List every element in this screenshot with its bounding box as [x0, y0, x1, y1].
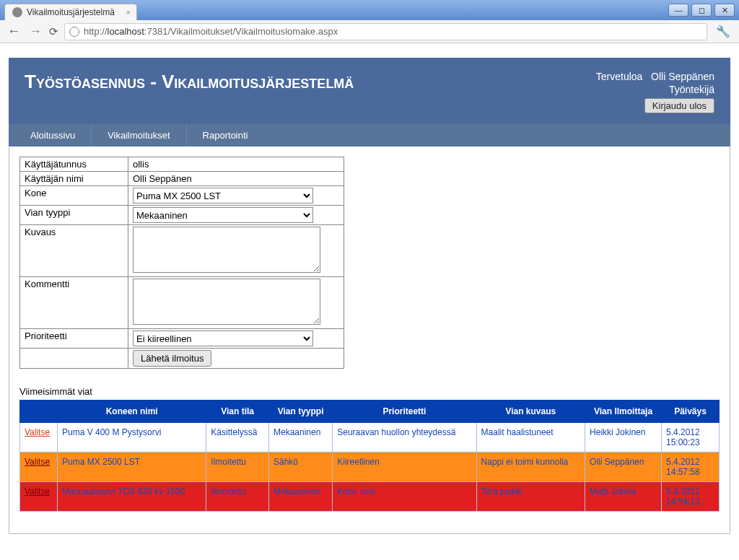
table-row: ValitsePuma MX 2500 LSTIlmoitettuSähköKi…	[20, 452, 720, 482]
cell-desc: Terä poikki	[476, 482, 585, 512]
window-titlebar: Vikailmoitusjärjestelmä × — ◻ ✕	[0, 0, 739, 20]
select-link[interactable]: Valitse	[25, 457, 50, 467]
page-header: Työstöasennus - Vikailmoitusjärjestelmä …	[9, 58, 730, 123]
cell-type: Mekaaninen	[269, 482, 333, 512]
main-content: Käyttäjätunnus ollis Käyttäjän nimi Olli…	[9, 146, 730, 534]
window-controls: — ◻ ✕	[668, 4, 739, 17]
main-nav: Aloitussivu Vikailmoitukset Raportointi	[9, 123, 730, 146]
col-desc: Vian kuvaus	[476, 401, 585, 423]
col-type: Vian tyyppi	[269, 401, 333, 423]
cell-date: 5.4.2012 14:57:58	[662, 452, 720, 482]
url-path: :7381/Vikailmoitukset/Vikailmoituslomake…	[144, 26, 338, 37]
browser-tab[interactable]: Vikailmoitusjärjestelmä ×	[4, 4, 137, 20]
cell-type: Mekaaninen	[269, 423, 333, 452]
nav-home[interactable]: Aloitussivu	[14, 124, 91, 146]
cell-status: Ilmoitettu	[206, 482, 269, 512]
label-fault-type: Vian tyyppi	[20, 206, 128, 225]
col-select	[20, 401, 58, 423]
cell-reporter: Olli Seppänen	[585, 452, 662, 482]
nav-reports[interactable]: Raportointi	[186, 124, 264, 146]
cell-status: Käsittelyssä	[206, 423, 269, 452]
cell-machine: Manuaalisorvi TOS 630 kv 1500	[58, 482, 206, 512]
cell-desc: Maalit haalistuneet	[476, 423, 585, 452]
cell-machine: Puma MX 2500 LST	[58, 452, 206, 482]
fault-form: Käyttäjätunnus ollis Käyttäjän nimi Olli…	[19, 157, 344, 369]
table-row: ValitsePuma V 400 M PystysorviKäsittelys…	[20, 423, 720, 452]
cell-date: 5.4.2012 15:00:23	[662, 423, 720, 452]
user-panel: Tervetuloa Olli Seppänen Työntekijä Kirj…	[596, 71, 714, 113]
user-name: Olli Seppänen	[651, 71, 714, 82]
nav-faults[interactable]: Vikailmoitukset	[91, 124, 185, 146]
label-priority: Prioriteetti	[20, 329, 128, 349]
fault-type-select[interactable]: Mekaaninen	[133, 207, 313, 223]
minimize-button[interactable]: —	[668, 4, 688, 17]
label-empty	[20, 349, 128, 369]
reload-button[interactable]: ⟳	[49, 25, 58, 38]
label-displayname: Käyttäjän nimi	[20, 172, 128, 186]
submit-button[interactable]: Lähetä ilmoitus	[133, 350, 211, 367]
wrench-menu-icon[interactable]: 🔧	[713, 25, 733, 38]
label-comment: Kommentti	[20, 277, 128, 329]
cell-reporter: Heikki Jokinen	[585, 423, 662, 452]
maximize-button[interactable]: ◻	[691, 4, 712, 17]
cell-priority: Seuraavan huollon yhteydessä	[333, 423, 476, 452]
machine-select[interactable]: Puma MX 2500 LST	[133, 188, 313, 204]
tab-favicon	[12, 7, 22, 17]
col-machine: Koneen nimi	[58, 401, 206, 423]
col-status: Vian tila	[206, 401, 269, 423]
comment-textarea[interactable]	[133, 279, 320, 325]
welcome-label: Tervetuloa	[596, 71, 643, 82]
priority-select[interactable]: Ei kiireellinen	[133, 331, 313, 346]
select-link[interactable]: Valitse	[25, 486, 50, 496]
address-bar[interactable]: http://localhost:7381/Vikailmoitukset/Vi…	[64, 23, 707, 40]
cell-type: Sähkö	[269, 452, 333, 482]
logout-button[interactable]: Kirjaudu ulos	[644, 98, 714, 113]
user-role: Työntekijä	[596, 84, 714, 95]
forward-button[interactable]: →	[27, 24, 43, 39]
label-machine: Kone	[20, 186, 128, 206]
back-button[interactable]: ←	[6, 24, 22, 39]
cell-status: Ilmoitettu	[206, 452, 269, 482]
description-textarea[interactable]	[133, 227, 320, 273]
globe-icon	[69, 27, 79, 37]
page-content: Työstöasennus - Vikailmoitusjärjestelmä …	[0, 43, 739, 543]
page-title: Työstöasennus - Vikailmoitusjärjestelmä	[25, 71, 354, 113]
recent-faults-table: Koneen nimi Vian tila Vian tyyppi Priori…	[19, 400, 720, 512]
value-username: ollis	[128, 157, 344, 172]
tab-title: Vikailmoitusjärjestelmä	[27, 7, 115, 17]
cell-desc: Nappi ei toimi kunnolla	[476, 452, 585, 482]
value-displayname: Olli Seppänen	[128, 172, 344, 186]
table-row: ValitseManuaalisorvi TOS 630 kv 1500Ilmo…	[20, 482, 720, 512]
cell-priority: Kone seis	[333, 482, 476, 512]
cell-reporter: Matti Jokela	[585, 482, 662, 512]
url-host: localhost	[108, 26, 144, 37]
close-tab-icon[interactable]: ×	[126, 8, 130, 17]
close-window-button[interactable]: ✕	[714, 4, 735, 17]
cell-date: 5.4.2012 14:54:13	[662, 482, 720, 512]
browser-toolbar: ← → ⟳ http://localhost:7381/Vikailmoituk…	[0, 20, 739, 43]
cell-priority: Kiireellinen	[333, 452, 476, 482]
recent-heading: Viimeisimmät viat	[19, 386, 720, 397]
col-date: Päiväys	[662, 401, 720, 423]
label-username: Käyttäjätunnus	[20, 157, 128, 172]
label-description: Kuvaus	[20, 225, 128, 277]
col-reporter: Vian Ilmoittaja	[585, 401, 662, 423]
url-prefix: http://	[84, 26, 108, 37]
select-link[interactable]: Valitse	[25, 427, 50, 437]
cell-machine: Puma V 400 M Pystysorvi	[58, 423, 206, 452]
col-priority: Prioriteetti	[333, 401, 476, 423]
browser-tabs: Vikailmoitusjärjestelmä ×	[0, 0, 137, 20]
